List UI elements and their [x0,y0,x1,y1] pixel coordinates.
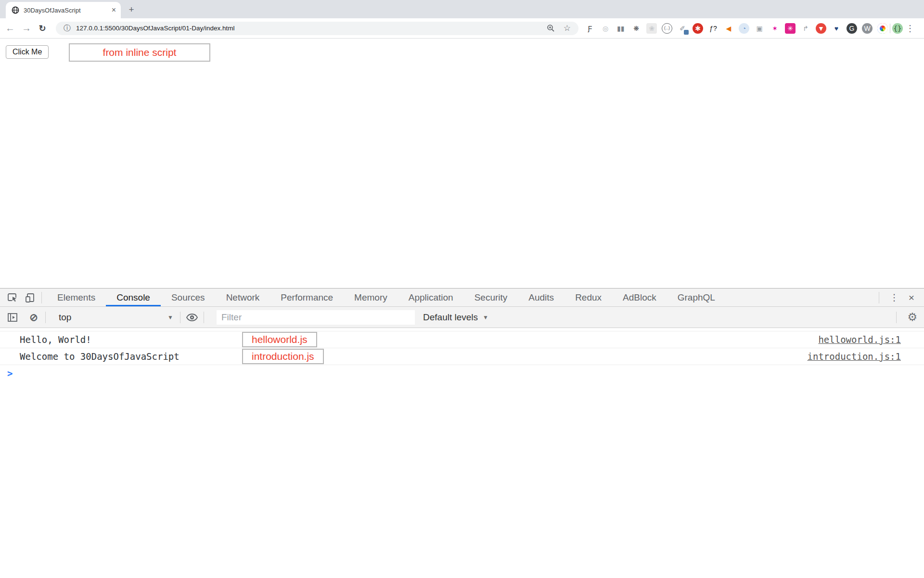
chevron-down-icon: ▼ [167,314,173,321]
console-settings-gear-icon[interactable]: ⚙ [907,311,917,324]
split-bars-icon[interactable]: ▮▮ [616,23,626,34]
performance[interactable]: Performance [270,289,344,306]
corner-arrow-icon[interactable]: ↱ [800,23,811,34]
adblock[interactable]: AdBlock [612,289,667,306]
devtools-tabbar-right: ⋮ × [874,292,924,303]
elements[interactable]: Elements [47,289,106,306]
memory[interactable]: Memory [344,289,398,306]
devtools-tab-bar: Elements Console Sources Network Perform… [0,289,924,307]
source-link[interactable]: introduction.js:1 [808,351,901,362]
swirl-icon[interactable]: ◔ [739,23,749,34]
heart-search-icon[interactable]: ♥ [831,23,842,34]
audits[interactable]: Audits [518,289,565,306]
clear-console-icon[interactable]: ⊘ [27,311,40,324]
source-link[interactable]: helloworld.js:1 [818,334,901,345]
url-text[interactable]: 127.0.0.1:5500/30DaysOfJavaScript/01-Day… [76,25,538,32]
stop-hand-icon[interactable]: ✱ [693,23,703,34]
pink-badge-icon[interactable]: ✳ [785,23,796,34]
console-toolbar-separator-4 [896,312,897,323]
live-expression-eye-icon[interactable] [185,311,199,324]
color-ring-icon[interactable] [877,23,888,34]
annotation-badge: introduction.js [242,349,324,364]
sources[interactable]: Sources [161,289,216,306]
devtools-menu-icon[interactable]: ⋮ [884,292,905,303]
bookmark-star-icon[interactable]: ☆ [564,23,571,33]
globe-icon [12,6,19,14]
console-message: Welcome to 30DaysOfJavaScript [20,351,180,362]
console-output: Hello, World! helloworld.js helloworld.j… [0,331,924,365]
network[interactable]: Network [216,289,270,306]
page-content: Click Me from inline script [0,39,924,288]
browser-menu-icon[interactable]: ⋮ [906,23,914,34]
console-prompt-icon[interactable]: > [0,365,924,379]
back-icon[interactable]: ← [4,22,16,35]
devtools-tabs: Elements Console Sources Network Perform… [47,289,726,306]
dark-g-icon[interactable]: G [847,23,857,34]
tab-close-icon[interactable]: × [112,6,116,14]
levels-label: Default levels [423,312,478,323]
context-label: top [59,312,71,323]
extensions-row: Ƒ ◎ ▮▮ ❋ ❀ (‥) ✐ ✱ ƒ? ◀ ◔ ▣ ✶ ✳ ↱ ▼ [585,23,888,34]
page-info-icon[interactable]: ⓘ [64,24,71,33]
toolbar-separator [890,24,890,33]
bug-icon[interactable]: ❋ [631,23,642,34]
annotation-badge: helloworld.js [242,332,317,347]
console-message: Hello, World! [20,334,91,345]
browser-tab[interactable]: 30DaysOfJavaScript × [6,2,121,18]
console-row: Hello, World! helloworld.js helloworld.j… [0,331,924,348]
inline-script-text: from inline script [103,47,177,58]
react-grid-icon[interactable]: ❀ [646,23,657,34]
inline-script-annotation-box: from inline script [69,43,210,62]
w-circle-icon[interactable]: W [862,23,873,34]
devtools-panel: Elements Console Sources Network Perform… [0,288,924,578]
browser-tab-strip: 30DaysOfJavaScript × + [0,0,924,18]
security[interactable]: Security [464,289,518,306]
bookmark-icon[interactable]: ▼ [816,23,826,34]
log-levels-select[interactable]: Default levels ▼ [423,312,488,323]
address-bar[interactable]: ⓘ 127.0.0.1:5500/30DaysOfJavaScript/01-D… [56,22,578,35]
console-toolbar-separator-2 [180,312,180,323]
inspect-element-icon[interactable] [6,291,19,304]
redux[interactable]: Redux [565,289,612,306]
fn-question-icon[interactable]: ƒ? [708,23,719,34]
reload-icon[interactable]: ↻ [36,22,49,35]
execution-context-select[interactable]: top ▼ [59,312,173,323]
tabbar-right-separator [879,292,879,303]
console-row: Welcome to 30DaysOfJavaScript introducti… [0,348,924,365]
forward-icon[interactable]: → [20,22,33,35]
eyedropper-icon[interactable]: ✐ [677,23,688,34]
device-toolbar-icon[interactable] [23,291,37,304]
graphql-icon[interactable]: ✶ [770,23,780,34]
tab-title: 30DaysOfJavaScript [24,7,112,14]
json-formatter-icon[interactable]: {} [892,23,903,34]
console-sidebar-icon[interactable] [6,311,19,324]
chevron-down-icon: ▼ [483,314,488,321]
browser-toolbar: ← → ↻ ⓘ 127.0.0.1:5500/30DaysOfJavaScrip… [0,18,924,39]
tabbar-separator [41,292,42,303]
json-viewer-icon[interactable]: (‥) [662,23,672,34]
application[interactable]: Application [398,289,464,306]
devtools-close-icon[interactable]: × [905,292,918,303]
filter-input[interactable] [217,310,415,325]
megaphone-icon[interactable]: ◀ [723,23,734,34]
console-toolbar: ⊘ top ▼ Default levels ▼ ⚙ [0,307,924,328]
console[interactable]: Console [106,289,161,306]
console-toolbar-separator-3 [204,312,204,323]
zoom-icon[interactable] [547,24,555,32]
click-me-button[interactable]: Click Me [6,45,49,59]
new-tab-button[interactable]: + [125,3,138,16]
console-toolbar-separator-1 [45,312,46,323]
graphql[interactable]: GraphQL [667,289,726,306]
fontawesome-icon[interactable]: Ƒ [585,23,595,34]
camera-icon[interactable]: ▣ [754,23,765,34]
atom-icon[interactable]: ◎ [600,23,611,34]
